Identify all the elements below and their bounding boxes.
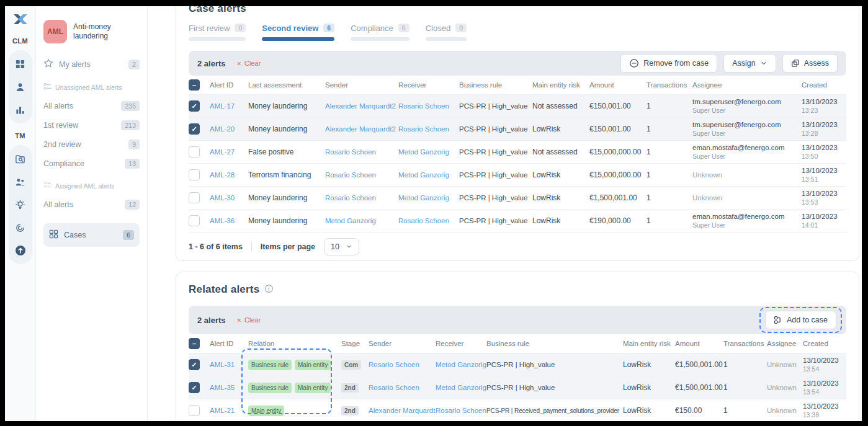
sidebar-item-label: Cases <box>64 231 86 239</box>
assess-button[interactable]: Assess <box>782 54 838 73</box>
receiver-link[interactable]: Rosario Schoen <box>398 217 459 224</box>
count-badge: 2 <box>128 60 140 69</box>
tab-compliance[interactable]: Compliance6 <box>351 22 409 41</box>
radar-icon[interactable] <box>14 221 27 234</box>
alert-id-link[interactable]: AML-28 <box>210 171 248 179</box>
upload-circle-icon[interactable] <box>14 244 27 257</box>
last-assessment-cell: False positive <box>248 148 325 156</box>
items-per-page-select[interactable]: 10 <box>324 238 359 255</box>
created-cell: 13/10/202313:51 <box>802 166 846 184</box>
sidebar-item-all-alerts-assigned[interactable]: All alerts 12 <box>43 200 140 210</box>
column-header: Assignee <box>767 340 803 347</box>
alert-id-link[interactable]: AML-17 <box>210 102 248 110</box>
select-all-checkbox[interactable] <box>189 79 200 91</box>
sidebar-item-my-alerts[interactable]: My alerts 2 <box>43 58 140 70</box>
risk-cell: LowRisk <box>623 406 675 415</box>
sidebar-item-all-alerts-unassigned[interactable]: All alerts 235 <box>43 101 140 111</box>
row-checkbox[interactable] <box>189 382 200 393</box>
receiver-link[interactable]: Metod Ganzorig <box>398 171 459 179</box>
row-checkbox[interactable] <box>189 405 200 416</box>
table-row[interactable]: AML-20 Money laundering Alexander Marqua… <box>189 117 846 140</box>
table-row[interactable]: AML-36 Money laundering Metod Ganzorig R… <box>189 209 846 232</box>
select-all-checkbox[interactable] <box>189 338 200 349</box>
info-icon[interactable] <box>264 284 274 296</box>
created-cell: 13/10/202313:23 <box>802 97 846 115</box>
sender-link[interactable]: Rosario Schoen <box>325 148 398 156</box>
sender-link[interactable]: Rosario Schoen <box>325 194 398 202</box>
section-label: Unassigned AML alerts <box>55 84 122 91</box>
business-rule-cell: PCS-PR | Received_payment_solutions_prov… <box>486 407 623 414</box>
row-checkbox[interactable] <box>189 146 200 158</box>
table-row[interactable]: AML-31 Business ruleMain entity Com Rosa… <box>189 353 846 376</box>
alert-id-link[interactable]: AML-27 <box>210 148 248 156</box>
dashboard-icon[interactable] <box>14 58 27 70</box>
receiver-link[interactable]: Rosario Schoen <box>398 102 459 110</box>
lightbulb-icon[interactable] <box>14 198 27 211</box>
sidebar-item-compliance[interactable]: Compliance 13 <box>43 159 140 169</box>
risk-cell: Not assessed <box>532 148 589 156</box>
sender-link[interactable]: Alexander Marquardt2 <box>325 102 398 110</box>
tab-underline <box>189 37 246 41</box>
cases-grid-icon <box>49 229 58 241</box>
clear-selection-button[interactable]: Clear <box>237 60 261 67</box>
row-checkbox[interactable] <box>189 123 200 135</box>
user-icon[interactable] <box>14 81 27 93</box>
receiver-link[interactable]: Rosario Schoen <box>436 407 486 414</box>
stage-cell: 2nd <box>341 406 369 415</box>
sender-link[interactable]: Alexander Marquardt2 <box>369 407 436 414</box>
receiver-link[interactable]: Rosario Schoen <box>398 125 459 133</box>
table-row[interactable]: AML-17 Money laundering Alexander Marqua… <box>189 94 846 117</box>
sender-link[interactable]: Rosario Schoen <box>369 361 436 368</box>
amount-cell: €1,500,001.00 <box>675 360 723 369</box>
sidebar-item-cases[interactable]: Cases 6 <box>43 223 140 247</box>
row-checkbox[interactable] <box>189 359 200 370</box>
sidebar-item-2nd-review[interactable]: 2nd review 9 <box>43 140 140 149</box>
sender-link[interactable]: Rosario Schoen <box>369 384 436 391</box>
sidebar-item-1st-review[interactable]: 1st review 213 <box>43 120 140 130</box>
receiver-link[interactable]: Metod Ganzorig <box>398 194 459 202</box>
clear-selection-button[interactable]: Clear <box>237 316 261 324</box>
created-cell: 13/10/202313:38 <box>803 402 846 420</box>
alert-id-link[interactable]: AML-35 <box>210 384 248 391</box>
tab-second-review[interactable]: Second review6 <box>262 22 334 41</box>
column-header: Stage <box>341 340 369 347</box>
table-row[interactable]: AML-21 Main entity 2nd Alexander Marquar… <box>189 399 846 421</box>
row-checkbox[interactable] <box>189 100 200 112</box>
tab-first-review[interactable]: First review0 <box>189 22 246 41</box>
tab-closed[interactable]: Closed0 <box>426 22 467 41</box>
sender-link[interactable]: Rosario Schoen <box>325 171 398 179</box>
module-badge: AML <box>43 20 67 43</box>
alert-id-link[interactable]: AML-21 <box>210 407 248 414</box>
alert-id-link[interactable]: AML-36 <box>210 217 248 224</box>
remove-from-case-button[interactable]: Remove from case <box>620 54 717 73</box>
section-assigned-alerts: Assigned AML alerts <box>43 181 140 190</box>
amount-cell: €150,001.00 <box>589 102 647 110</box>
row-checkbox[interactable] <box>189 215 200 226</box>
sender-link[interactable]: Metod Ganzorig <box>325 217 398 224</box>
users-icon[interactable] <box>14 175 27 188</box>
row-checkbox[interactable] <box>189 169 200 180</box>
table-row[interactable]: AML-30 Money laundering Rosario Schoen M… <box>189 186 846 209</box>
alert-id-link[interactable]: AML-31 <box>210 361 248 368</box>
bar-chart-icon[interactable] <box>14 104 27 116</box>
case-alerts-tabs: First review0 Second review6 Compliance6… <box>189 22 846 41</box>
row-checkbox[interactable] <box>189 192 200 203</box>
receiver-link[interactable]: Metod Ganzorig <box>436 384 486 391</box>
business-rule-cell: PCS-PR | High_value <box>459 125 532 133</box>
risk-cell: LowRisk <box>623 360 675 369</box>
alert-id-link[interactable]: AML-20 <box>210 125 248 133</box>
related-alerts-toolbar: 2 alerts Clear Add to case <box>189 306 846 334</box>
sender-link[interactable]: Alexander Marquardt2 <box>325 125 398 133</box>
assignee-cell: Unknown <box>767 360 803 370</box>
alert-id-link[interactable]: AML-30 <box>210 194 248 202</box>
receiver-link[interactable]: Metod Ganzorig <box>436 361 486 368</box>
receiver-link[interactable]: Metod Ganzorig <box>398 148 459 156</box>
folder-search-icon[interactable] <box>14 153 27 165</box>
table-row[interactable]: AML-27 False positive Rosario Schoen Met… <box>189 140 846 163</box>
column-header: Created <box>802 81 846 89</box>
column-header: Transactions <box>647 81 692 89</box>
table-row[interactable]: AML-35 Business ruleMain entity 2nd Rosa… <box>189 376 846 399</box>
assign-button[interactable]: Assign <box>723 54 776 73</box>
table-row[interactable]: AML-28 Terrorism financing Rosario Schoe… <box>189 163 846 186</box>
add-to-case-button[interactable]: Add to case <box>765 311 836 329</box>
